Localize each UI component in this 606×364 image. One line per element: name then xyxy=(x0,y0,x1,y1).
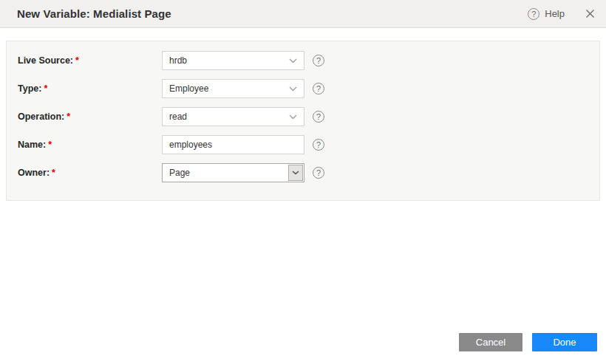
required-asterisk: * xyxy=(67,111,70,122)
type-label: Type:* xyxy=(18,83,162,94)
label-text: Live Source: xyxy=(18,55,73,66)
form-row-type: Type:* Employee ? xyxy=(18,79,599,98)
form-panel: Live Source:* hrdb ? Type:* Employee ? O… xyxy=(6,41,600,201)
live-source-label: Live Source:* xyxy=(18,55,162,66)
close-button[interactable] xyxy=(584,8,596,20)
form-row-owner: Owner:* Page ? xyxy=(18,163,599,182)
owner-value: Page xyxy=(169,168,190,178)
operation-help-icon[interactable]: ? xyxy=(313,111,324,123)
label-text: Type: xyxy=(18,83,41,94)
live-source-value: hrdb xyxy=(169,55,187,66)
dialog-header: New Variable: Medialist Page ? Help xyxy=(0,0,606,28)
question-circle-icon: ? xyxy=(528,8,539,20)
live-source-dropdown[interactable]: hrdb xyxy=(162,51,304,70)
form-row-name: Name:* ? xyxy=(18,135,599,154)
type-help-icon[interactable]: ? xyxy=(313,83,324,95)
help-button[interactable]: ? Help xyxy=(528,8,565,20)
type-value: Employee xyxy=(169,83,208,94)
chevron-down-icon xyxy=(289,86,297,92)
name-input[interactable] xyxy=(162,135,304,154)
chevron-down-icon xyxy=(289,58,297,63)
label-text: Owner: xyxy=(18,168,50,178)
live-source-help-icon[interactable]: ? xyxy=(313,55,324,66)
chevron-down-icon xyxy=(289,114,297,120)
owner-help-icon[interactable]: ? xyxy=(313,167,324,179)
name-label: Name:* xyxy=(18,140,162,150)
help-label: Help xyxy=(545,8,565,19)
form-row-operation: Operation:* read ? xyxy=(18,107,599,126)
chevron-down-icon xyxy=(292,171,299,175)
done-button[interactable]: Done xyxy=(532,333,597,351)
type-dropdown[interactable]: Employee xyxy=(162,79,304,98)
operation-value: read xyxy=(169,111,187,122)
operation-dropdown[interactable]: read xyxy=(162,107,304,126)
select-arrow-button[interactable] xyxy=(288,165,303,181)
close-icon xyxy=(585,9,595,18)
form-row-live-source: Live Source:* hrdb ? xyxy=(18,51,599,70)
header-actions: ? Help xyxy=(528,8,596,20)
required-asterisk: * xyxy=(48,140,52,150)
dialog-footer: Cancel Done xyxy=(459,333,597,351)
required-asterisk: * xyxy=(52,168,55,178)
required-asterisk: * xyxy=(44,83,47,94)
label-text: Name: xyxy=(18,140,46,150)
label-text: Operation: xyxy=(18,111,64,122)
name-help-icon[interactable]: ? xyxy=(313,139,324,151)
owner-select[interactable]: Page xyxy=(162,163,304,182)
operation-label: Operation:* xyxy=(18,111,162,122)
cancel-button[interactable]: Cancel xyxy=(459,333,522,351)
owner-label: Owner:* xyxy=(18,168,162,178)
dialog-title: New Variable: Medialist Page xyxy=(17,7,171,20)
required-asterisk: * xyxy=(75,55,79,66)
